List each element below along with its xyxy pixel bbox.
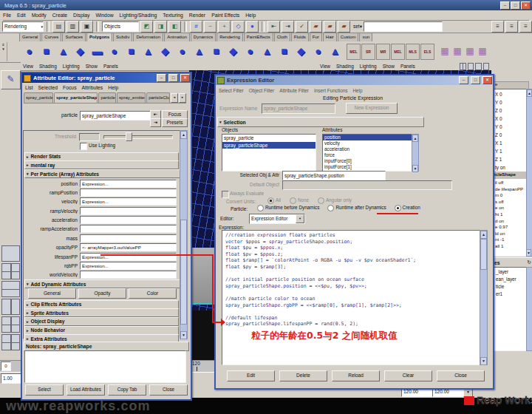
particle-mode-radio[interactable]: Creation xyxy=(395,205,420,211)
panel-menu-item[interactable]: Panels xyxy=(400,64,415,69)
input-connections-icon[interactable]: ⇤ xyxy=(267,21,280,33)
shelf-polygon-icon[interactable]: ▲ xyxy=(140,43,157,61)
channel-row[interactable]: e on xyxy=(494,205,525,211)
editor-dropdown[interactable]: Expression Editor ▼ xyxy=(249,214,305,224)
menu-item[interactable]: Insert Functions xyxy=(314,88,347,93)
shelf-tab[interactable]: Deformation xyxy=(133,33,163,41)
shelf-texture-icon[interactable]: ▦ xyxy=(439,44,451,59)
menu-item[interactable]: Help xyxy=(245,13,256,18)
add-attribute-button[interactable]: Color xyxy=(129,288,177,299)
channel-row[interactable]: Z 0 xyxy=(494,106,525,115)
shelf-tab[interactable]: PaintEffects xyxy=(244,33,273,41)
objects-list-item[interactable]: spray_particle xyxy=(222,135,316,142)
menu-item[interactable]: Lighting/Shading xyxy=(120,13,157,18)
shelf-script-icon[interactable]: MR xyxy=(376,44,390,60)
ui-toggle-icon[interactable]: ≡ xyxy=(491,21,504,33)
shelf-polygon-icon[interactable]: ■ xyxy=(208,43,225,61)
shelf-tab[interactable]: Cloth xyxy=(274,33,290,41)
maximize-icon[interactable]: □ xyxy=(168,74,178,82)
layout-split-vertical-button[interactable] xyxy=(1,299,20,315)
menu-item[interactable]: Help xyxy=(108,85,118,90)
shelf-polygon-icon[interactable]: ● xyxy=(310,43,327,61)
shelf-polygon-icon[interactable]: ◆ xyxy=(72,43,89,61)
select-component-icon[interactable]: ◧ xyxy=(168,21,181,33)
objects-list-item[interactable]: spray_particleShape xyxy=(222,142,316,149)
output-connections-icon[interactable]: ⇥ xyxy=(282,21,294,33)
menu-item[interactable]: Select Filter xyxy=(219,88,244,93)
selection-mask-selector[interactable]: Objects xyxy=(102,21,139,32)
channel-row[interactable]: Z 1 xyxy=(494,155,525,163)
collapsed-section[interactable]: ▸Object Display xyxy=(24,316,179,325)
menu-set-selector[interactable]: Rendering ▾ xyxy=(2,21,44,32)
panel-menu-item[interactable]: View xyxy=(320,64,330,69)
range-start-field[interactable]: 1.00 xyxy=(1,373,23,384)
add-dynamic-attributes-header[interactable]: ▾Add Dynamic Attributes xyxy=(24,279,180,288)
attributes-list-item[interactable]: inputForce[1] xyxy=(323,164,412,170)
save-scene-icon[interactable]: ▣ xyxy=(81,21,93,33)
refresh-icon[interactable]: ↻ xyxy=(527,259,532,265)
particle-mode-radio[interactable]: Runtime before Dynamics xyxy=(257,205,319,211)
layer-row[interactable]: ean_layer xyxy=(494,276,525,283)
expression-editor-button[interactable]: Reload xyxy=(332,370,380,381)
minimize-icon[interactable]: – xyxy=(500,1,510,10)
minimize-icon[interactable]: – xyxy=(459,76,468,84)
selection-section-header[interactable]: ▾Selection xyxy=(217,117,424,127)
channel-row[interactable]: all 1 xyxy=(494,243,525,250)
panel-menu-item[interactable]: Shading xyxy=(336,64,354,69)
shelf-tab[interactable]: Rendering xyxy=(216,33,243,41)
channel-row[interactable]: d on xyxy=(494,218,525,225)
layer-row[interactable]: _layer xyxy=(494,268,525,276)
attribute-value-field[interactable] xyxy=(80,216,177,224)
attribute-editor-tab[interactable]: particleClo xyxy=(146,92,170,103)
attribute-value-field[interactable]: Expression... xyxy=(80,262,177,270)
panel-menu-item[interactable]: Panels xyxy=(103,64,118,69)
shelf-polygon-icon[interactable]: ● xyxy=(21,43,38,61)
layers-scrollbar[interactable] xyxy=(526,267,532,351)
collapsed-section[interactable]: ▸Sprite Attributes xyxy=(24,308,179,317)
attribute-scrollbar[interactable]: ▲ ▼ xyxy=(180,130,188,339)
objects-list[interactable]: spray_particlespray_particleShape xyxy=(222,134,316,172)
menu-item[interactable]: Focus xyxy=(63,85,77,90)
shelf-tab[interactable]: Fluids xyxy=(291,33,309,41)
quick-select-field[interactable] xyxy=(364,21,443,32)
menu-item[interactable]: Attributes xyxy=(82,85,103,90)
menu-item[interactable]: Modify xyxy=(32,13,47,18)
menu-item[interactable]: List xyxy=(25,85,33,90)
shelf-script-icon[interactable]: SR xyxy=(361,44,375,60)
render-globals-icon[interactable]: ▰ xyxy=(338,21,350,33)
collapsed-section[interactable]: ▸mental ray xyxy=(24,160,179,169)
open-scene-icon[interactable]: ▥ xyxy=(66,21,79,33)
shelf-tab[interactable]: Subdiv xyxy=(113,33,132,41)
layout-persp-outliner-button[interactable] xyxy=(1,316,20,333)
layer-row[interactable]: ticle xyxy=(494,283,525,291)
attributes-list-scrollbar[interactable]: ▲ ▼ xyxy=(412,134,419,172)
shelf-polygon-icon[interactable]: ▲ xyxy=(55,43,72,61)
expression-editor-button[interactable]: Edit xyxy=(227,370,275,381)
expression-editor-titlebar[interactable]: Expression Editor – □ ✕ xyxy=(216,75,493,85)
tab-scroll-left-icon[interactable]: ◄ xyxy=(171,93,178,103)
channel-row[interactable]: nt -1 xyxy=(494,237,525,243)
shelf-polygon-icon[interactable]: ■ xyxy=(38,43,55,61)
shelf-tab[interactable]: Polygons xyxy=(86,33,112,41)
shelf-polygon-icon[interactable]: ● xyxy=(242,43,259,61)
add-attribute-button[interactable]: General xyxy=(28,288,76,299)
layout-single-pane-button[interactable] xyxy=(1,245,20,262)
channel-row[interactable]: Y 0 xyxy=(494,98,525,106)
collapsed-section[interactable]: ▸Clip Effects Attributes xyxy=(24,299,179,308)
shelf-polygon-icon[interactable]: ■ xyxy=(276,43,293,61)
presets-button[interactable]: Presets xyxy=(162,118,188,127)
threshold-slider[interactable] xyxy=(103,135,173,139)
attribute-editor-button[interactable]: Close xyxy=(149,384,188,396)
shelf-tab[interactable]: Custom xyxy=(338,33,359,41)
snap-point-icon[interactable]: + xyxy=(218,21,231,33)
attributes-list-item[interactable]: force xyxy=(323,152,412,158)
menu-item[interactable]: Texturing xyxy=(163,13,183,18)
select-hierarchy-icon[interactable]: ◩ xyxy=(140,21,153,33)
shelf-polygon-icon[interactable]: ◆ xyxy=(225,43,242,61)
panel-menu-item[interactable]: Lighting xyxy=(360,64,377,69)
maximize-icon[interactable]: □ xyxy=(471,76,480,84)
menu-item[interactable]: Window xyxy=(95,13,113,18)
tab-scroll-right-icon[interactable]: ► xyxy=(179,93,186,103)
menu-item[interactable]: File xyxy=(3,13,11,18)
menu-item[interactable]: Display xyxy=(73,13,89,18)
